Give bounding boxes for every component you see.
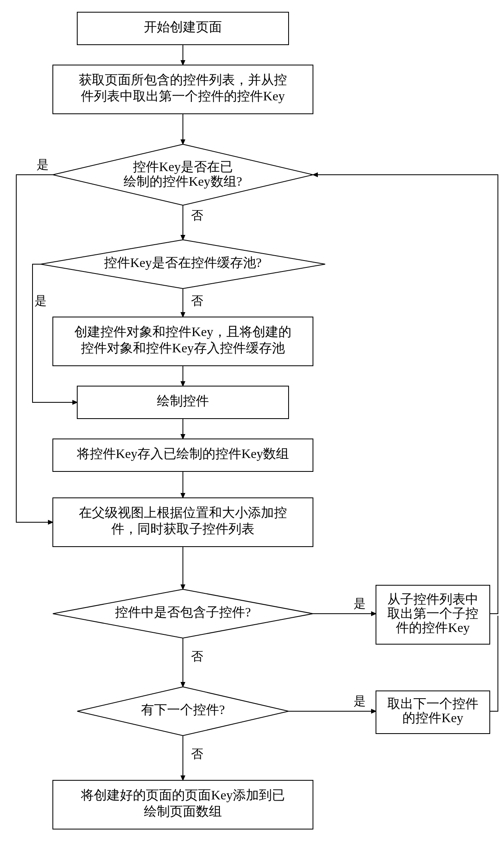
text-ddrawn-2: 绘制的控件Key数组? bbox=[124, 174, 242, 189]
text-storekey: 将控件Key存入已绘制的控件Key数组 bbox=[76, 446, 289, 461]
text-dnext: 有下一个控件? bbox=[141, 702, 225, 717]
node-d-child: 控件中是否包含子控件? bbox=[53, 589, 313, 638]
text-draw: 绘制控件 bbox=[157, 393, 209, 408]
flowchart: 开始创建页面 获取页面所包含的控件列表，并从控 件列表中取出第一个控件的控件Ke… bbox=[0, 0, 504, 849]
text-addparent-1: 在父级视图上根据位置和大小添加控 bbox=[79, 505, 287, 520]
node-start: 开始创建页面 bbox=[77, 12, 289, 45]
text-takechild-2: 取出第一个子控 bbox=[387, 606, 478, 621]
text-getlist-1: 获取页面所包含的控件列表，并从控 bbox=[79, 72, 287, 87]
text-getlist-2: 件列表中取出第一个控件的控件Key bbox=[81, 89, 285, 103]
text-takechild-1: 从子控件列表中 bbox=[387, 592, 478, 606]
text-addparent-2: 件，同时获取子控件列表 bbox=[111, 521, 254, 536]
label-ddrawn-no: 否 bbox=[191, 208, 203, 222]
text-ddrawn-1: 控件Key是否在已 bbox=[133, 159, 232, 174]
label-ddrawn-yes: 是 bbox=[37, 158, 49, 171]
label-dcache-no: 否 bbox=[191, 294, 203, 307]
text-takenext-1: 取出下一个控件 bbox=[387, 696, 478, 711]
node-takechild: 从子控件列表中 取出第一个子控 件的控件Key bbox=[376, 585, 490, 644]
label-dnext-yes: 是 bbox=[354, 694, 366, 708]
text-takenext-2: 的控件Key bbox=[402, 710, 463, 725]
node-create: 创建控件对象和控件Key，且将创建的 控件对象和控件Key存入控件缓存池 bbox=[53, 317, 313, 366]
text-finish-1: 将创建好的页面的页面Key添加到已 bbox=[80, 788, 285, 802]
text-takechild-3: 件的控件Key bbox=[396, 620, 469, 635]
node-d-next: 有下一个控件? bbox=[77, 687, 289, 736]
arrow-takechild-back bbox=[313, 175, 498, 614]
node-storekey: 将控件Key存入已绘制的控件Key数组 bbox=[53, 439, 313, 471]
text-create-2: 控件对象和控件Key存入控件缓存池 bbox=[81, 341, 285, 355]
text-dcache: 控件Key是否在控件缓存池? bbox=[104, 255, 262, 270]
node-addparent: 在父级视图上根据位置和大小添加控 件，同时获取子控件列表 bbox=[53, 498, 313, 547]
label-dcache-yes: 是 bbox=[35, 294, 47, 307]
label-dnext-no: 否 bbox=[191, 747, 203, 760]
text-finish-2: 绘制页面数组 bbox=[144, 804, 222, 819]
arrow-takenext-back bbox=[490, 616, 498, 711]
node-d-cache: 控件Key是否在控件缓存池? bbox=[41, 240, 325, 289]
label-dchild-yes: 是 bbox=[354, 597, 366, 610]
label-dchild-no: 否 bbox=[191, 649, 203, 663]
node-finish: 将创建好的页面的页面Key添加到已 绘制页面数组 bbox=[53, 780, 313, 829]
text-create-1: 创建控件对象和控件Key，且将创建的 bbox=[74, 324, 291, 339]
text-start: 开始创建页面 bbox=[144, 20, 222, 34]
node-getlist: 获取页面所包含的控件列表，并从控 件列表中取出第一个控件的控件Key bbox=[53, 65, 313, 114]
text-dchild: 控件中是否包含子控件? bbox=[115, 605, 251, 619]
node-takenext: 取出下一个控件 的控件Key bbox=[376, 691, 490, 734]
node-d-drawn: 控件Key是否在已 绘制的控件Key数组? bbox=[53, 144, 313, 205]
arrow-ddrawn-yes bbox=[16, 175, 53, 522]
node-draw: 绘制控件 bbox=[77, 386, 289, 419]
